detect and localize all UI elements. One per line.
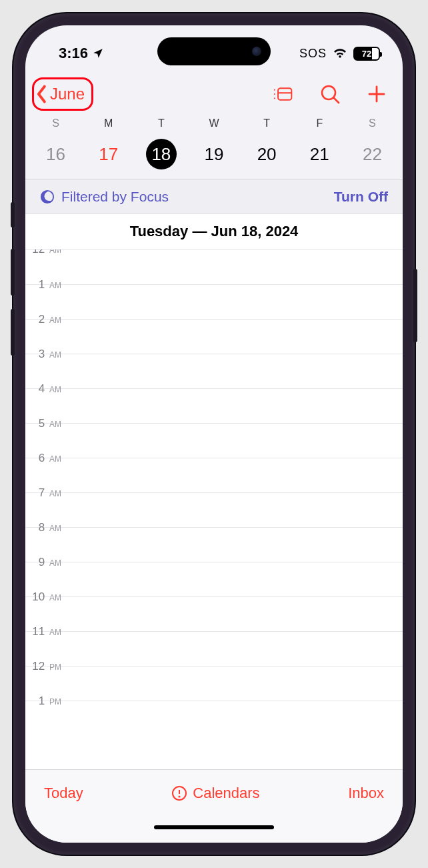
bottom-toolbar: Today Calendars Inbox [25, 769, 403, 816]
calendars-label: Calendars [193, 785, 259, 802]
hour-row[interactable]: 4 AM [25, 388, 403, 423]
hour-row[interactable]: 6 AM [25, 458, 403, 492]
hour-label: 1 PM [25, 695, 65, 708]
screen: 3:16 SOS 72 June [25, 25, 403, 843]
today-button[interactable]: Today [44, 785, 83, 802]
wifi-icon [332, 45, 348, 61]
chevron-left-icon [35, 85, 49, 103]
dynamic-island [157, 37, 271, 65]
hour-label: 3 AM [25, 348, 65, 361]
home-indicator[interactable] [25, 816, 403, 843]
hour-row[interactable]: 9 AM [25, 562, 403, 596]
day-of-week-label: S [346, 117, 399, 139]
svg-line-6 [334, 98, 339, 103]
hour-row[interactable]: 3 AM [25, 354, 403, 388]
hour-label: 7 AM [25, 486, 65, 500]
hour-label: 12 AM [25, 250, 65, 256]
location-icon [92, 47, 104, 59]
hour-row[interactable]: 1 AM [25, 284, 403, 319]
hour-label: 2 AM [25, 313, 65, 326]
hour-label: 10 AM [25, 590, 65, 604]
focus-turn-off-button[interactable]: Turn Off [334, 189, 388, 205]
day-timeline[interactable]: 12 AM1 AM2 AM3 AM4 AM5 AM6 AM7 AM8 AM9 A… [25, 250, 403, 769]
calendars-button[interactable]: Calendars [171, 785, 259, 802]
sos-indicator: SOS [299, 47, 327, 61]
phone-frame: 3:16 SOS 72 June [13, 13, 415, 855]
svg-point-5 [322, 86, 335, 99]
hour-row[interactable]: 11 AM [25, 631, 403, 666]
day-of-week-label: S [29, 117, 82, 139]
day-number[interactable]: 21 [293, 139, 346, 169]
day-number[interactable]: 16 [29, 139, 82, 169]
moon-icon [40, 189, 55, 204]
day-of-week-label: F [293, 117, 346, 139]
hour-label: 12 PM [25, 660, 65, 673]
battery-indicator: 72 [353, 47, 380, 61]
date-title: Tuesday — Jun 18, 2024 [25, 214, 403, 250]
power-button [413, 269, 417, 342]
hour-label: 11 AM [25, 625, 65, 638]
back-label: June [50, 85, 85, 103]
navbar: June [25, 72, 403, 116]
hour-row[interactable]: 8 AM [25, 527, 403, 562]
day-of-week-label: W [187, 117, 240, 139]
hour-label: 9 AM [25, 556, 65, 569]
hour-label: 6 AM [25, 452, 65, 465]
day-number[interactable]: 22 [346, 139, 399, 169]
hour-label: 8 AM [25, 521, 65, 534]
day-number[interactable]: 20 [241, 139, 293, 169]
hour-label: 4 AM [25, 382, 65, 396]
day-of-week-label: T [241, 117, 293, 139]
volume-down-button [11, 309, 15, 356]
hour-row[interactable]: 1 PM [25, 701, 403, 735]
svg-point-12 [179, 796, 180, 797]
hour-label: 1 AM [25, 278, 65, 292]
focus-label: Filtered by Focus [61, 189, 169, 205]
day-number[interactable]: 17 [82, 139, 135, 169]
hour-row[interactable]: 12 AM [25, 250, 403, 284]
day-of-week-label: T [135, 117, 187, 139]
hour-row[interactable]: 5 AM [25, 423, 403, 458]
volume-up-button [11, 249, 15, 296]
week-header: SMTWTFS16171819202122 [25, 116, 403, 179]
list-view-button[interactable] [273, 84, 293, 104]
day-number[interactable]: 18 [135, 139, 187, 169]
hour-row[interactable]: 7 AM [25, 492, 403, 527]
silent-switch [11, 202, 15, 228]
day-of-week-label: M [82, 117, 135, 139]
hour-row[interactable]: 10 AM [25, 596, 403, 631]
back-button[interactable]: June [32, 77, 93, 111]
inbox-button[interactable]: Inbox [348, 785, 384, 802]
hour-label: 5 AM [25, 417, 65, 430]
search-button[interactable] [320, 84, 340, 104]
add-button[interactable] [367, 84, 387, 104]
status-time: 3:16 [59, 45, 88, 62]
hour-row[interactable]: 2 AM [25, 319, 403, 354]
day-number[interactable]: 19 [187, 139, 240, 169]
focus-filter-bar: Filtered by Focus Turn Off [25, 179, 403, 214]
alert-icon [171, 785, 187, 801]
hour-row[interactable]: 12 PM [25, 666, 403, 701]
svg-rect-0 [278, 88, 291, 100]
